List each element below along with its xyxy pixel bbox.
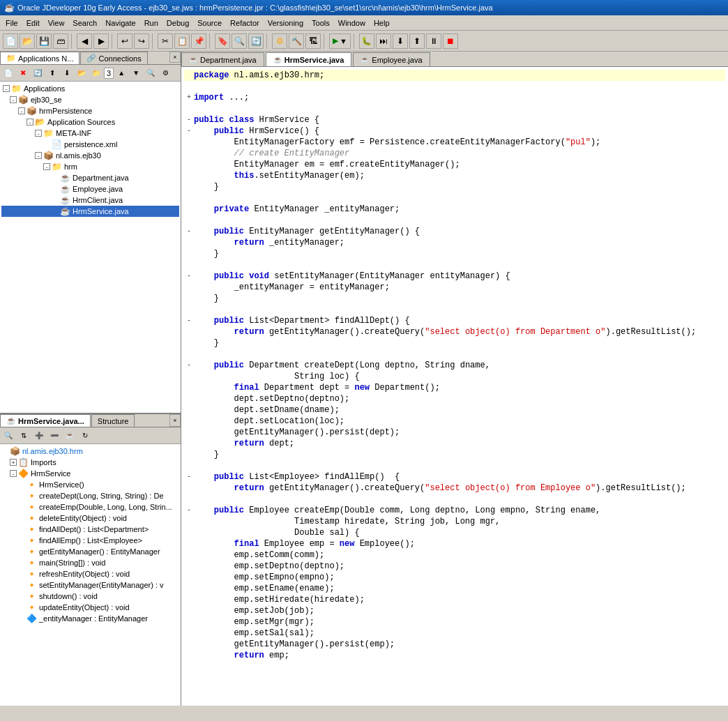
code-editor[interactable]: package nl.amis.ejb30.hrm; + import ...; <box>181 67 728 706</box>
run-button[interactable]: ▶ ▼ <box>329 33 351 49</box>
imports-expand[interactable]: + <box>10 459 17 466</box>
struct-delete-entity[interactable]: 🔸 deleteEntity(Object) : void <box>1 513 179 524</box>
hrmpersistence-expand[interactable]: - <box>18 107 25 114</box>
tab-hrmservice-file[interactable]: ☕ HrmService.java... <box>0 414 91 427</box>
bt-refresh-btn[interactable]: ↻ <box>78 430 92 442</box>
struct-imports[interactable]: + 📋 Imports <box>1 457 179 468</box>
replace-button[interactable]: 🔄 <box>248 33 264 49</box>
redo-button[interactable]: ↪ <box>134 33 149 49</box>
menu-versioning[interactable]: Versioning <box>264 17 308 29</box>
save-all-button[interactable]: 🗃 <box>53 33 68 49</box>
hrmservice-class-expand[interactable]: - <box>10 470 17 477</box>
pt-delete-btn[interactable]: ✖ <box>16 67 30 79</box>
menu-source[interactable]: Source <box>193 17 226 29</box>
menu-edit[interactable]: Edit <box>22 17 44 29</box>
step-into-button[interactable]: ⬇ <box>393 33 408 49</box>
tree-applications[interactable]: - 📁 Applications <box>1 83 179 94</box>
meta-inf-expand[interactable]: - <box>35 130 42 137</box>
new-button[interactable]: 📄 <box>3 33 18 49</box>
pt-new-folder-btn[interactable]: 📁 <box>89 67 103 79</box>
save-button[interactable]: 💾 <box>36 33 52 49</box>
bookmark-button[interactable]: 🔖 <box>215 33 230 49</box>
pause-button[interactable]: ⏸ <box>426 33 441 49</box>
pt-up-btn[interactable]: ⬆ <box>45 67 59 79</box>
pt-refresh-btn[interactable]: 🔄 <box>31 67 45 79</box>
struct-main[interactable]: 🔸 main(String[]) : void <box>1 557 179 568</box>
cut-button[interactable]: ✂ <box>158 33 173 49</box>
back-button[interactable]: ◀ <box>77 33 92 49</box>
struct-set-em[interactable]: 🔸 setEntityManager(EntityManager) : v <box>1 579 179 591</box>
step-over-button[interactable]: ⏭ <box>376 33 391 49</box>
bt-expand-btn[interactable]: ➕ <box>32 430 46 442</box>
menu-run[interactable]: Run <box>140 17 162 29</box>
paste-button[interactable]: 📌 <box>191 33 206 49</box>
tree-persistence-xml[interactable]: 📄 persistence.xml <box>1 139 179 150</box>
find-button[interactable]: 🔍 <box>232 33 247 49</box>
struct-create-emp[interactable]: 🔸 createEmp(Double, Long, Long, Strin... <box>1 501 179 513</box>
struct-find-all-emp[interactable]: 🔸 findAllEmp() : List<Employee> <box>1 535 179 546</box>
menu-window[interactable]: Window <box>334 17 370 29</box>
tree-ejb30[interactable]: - 📦 ejb30_se <box>1 94 179 105</box>
menu-tools[interactable]: Tools <box>308 17 334 29</box>
tab-department-java[interactable]: ☕ Department.java <box>181 52 264 66</box>
forward-button[interactable]: ▶ <box>93 33 109 49</box>
struct-entity-manager-field[interactable]: 🔷 _entityManager : EntityManager <box>1 613 179 624</box>
pt-down-btn[interactable]: ⬇ <box>60 67 74 79</box>
struct-update[interactable]: 🔸 updateEntity(Object) : void <box>1 602 179 613</box>
bt-collapse-btn[interactable]: ➖ <box>47 430 61 442</box>
tree-file-employee[interactable]: ☕ Employee.java <box>1 183 179 195</box>
pt-new-btn[interactable]: 📄 <box>1 67 15 79</box>
rebuild-button[interactable]: 🏗 <box>305 33 321 49</box>
tree-file-hrmservice[interactable]: ☕ HrmService.java <box>1 206 179 217</box>
pt-spin-up[interactable]: ▲ <box>114 67 128 79</box>
pt-folder-btn[interactable]: 📂 <box>75 67 89 79</box>
debug-run-button[interactable]: 🐛 <box>359 33 374 49</box>
tree-file-hrmclient[interactable]: ☕ HrmClient.java <box>1 195 179 206</box>
bottom-panel-close[interactable]: × <box>169 414 181 427</box>
pt-number-input[interactable]: 3 <box>104 68 114 79</box>
struct-hrmservice-class[interactable]: - 🔶 HrmService <box>1 468 179 479</box>
menu-navigate[interactable]: Navigate <box>101 17 139 29</box>
tab-structure[interactable]: Structure <box>91 414 135 427</box>
open-button[interactable]: 📂 <box>20 33 35 49</box>
struct-refresh[interactable]: 🔸 refreshEntity(Object) : void <box>1 568 179 579</box>
struct-create-dept[interactable]: 🔸 createDept(Long, String, String) : De <box>1 490 179 501</box>
tree-nl-amis[interactable]: - 📦 nl.amis.ejb30 <box>1 150 179 161</box>
nl-amis-expand[interactable]: - <box>35 152 42 159</box>
app-sources-expand[interactable]: - <box>26 119 33 126</box>
pt-filter-btn[interactable]: 🔍 <box>144 67 158 79</box>
applications-expand[interactable]: - <box>3 85 10 92</box>
menu-search[interactable]: Search <box>68 17 101 29</box>
struct-constructor[interactable]: 🔸 HrmService() <box>1 479 179 490</box>
struct-shutdown[interactable]: 🔸 shutdown() : void <box>1 591 179 602</box>
tab-hrmservice-java[interactable]: ☕ HrmService.java <box>266 52 352 66</box>
tree-hrmpersistence[interactable]: - 📦 hrmPersistence <box>1 105 179 116</box>
tree-app-sources[interactable]: - 📂 Application Sources <box>1 116 179 128</box>
tab-applications[interactable]: 📁 Applications N... <box>0 52 79 64</box>
struct-find-all-dept[interactable]: 🔸 findAllDept() : List<Department> <box>1 524 179 535</box>
bt-sort-btn[interactable]: ⇅ <box>17 430 31 442</box>
make-button[interactable]: 🔨 <box>289 33 304 49</box>
compile-button[interactable]: ⚙ <box>272 33 287 49</box>
tab-connections[interactable]: 🔗 Connections <box>80 52 147 64</box>
tab-employee-java[interactable]: ☕ Employee.java <box>353 52 430 66</box>
menu-debug[interactable]: Debug <box>162 17 193 29</box>
struct-nl-amis[interactable]: 📦 nl.amis.ejb30.hrm <box>1 446 179 457</box>
bt-search-btn[interactable]: 🔍 <box>1 430 15 442</box>
copy-button[interactable]: 📋 <box>174 33 190 49</box>
pt-config-btn[interactable]: ⚙ <box>158 67 172 79</box>
bt-java-btn[interactable]: ☕ <box>63 430 77 442</box>
menu-file[interactable]: File <box>1 17 22 29</box>
tree-meta-inf[interactable]: - 📁 META-INF <box>1 128 179 139</box>
project-panel-close[interactable]: × <box>169 52 181 63</box>
menu-view[interactable]: View <box>44 17 69 29</box>
pt-spin-down[interactable]: ▼ <box>129 67 143 79</box>
tree-file-department[interactable]: ☕ Department.java <box>1 172 179 183</box>
step-out-button[interactable]: ⬆ <box>409 33 425 49</box>
struct-get-em[interactable]: 🔸 getEntityManager() : EntityManager <box>1 546 179 557</box>
tree-hrm[interactable]: - 📁 hrm <box>1 161 179 172</box>
menu-refactor[interactable]: Refactor <box>226 17 264 29</box>
menu-help[interactable]: Help <box>370 17 394 29</box>
ejb30-expand[interactable]: - <box>10 96 17 103</box>
undo-button[interactable]: ↩ <box>117 33 132 49</box>
